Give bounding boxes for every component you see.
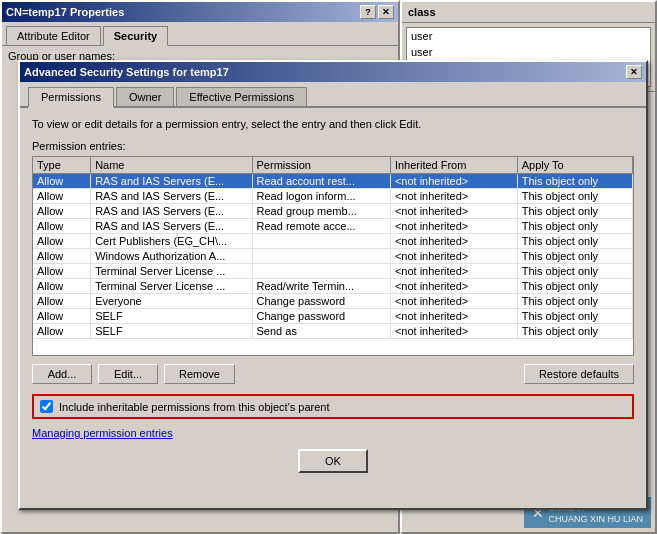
btn-row: Add... Edit... Remove Restore defaults (32, 364, 634, 384)
cell-permission: Read/write Termin... (252, 279, 390, 294)
table-row[interactable]: AllowTerminal Server License ...Read/wri… (33, 279, 633, 294)
table-row[interactable]: AllowRAS and IAS Servers (E...Read accou… (33, 174, 633, 189)
table-row[interactable]: AllowEveryoneChange password<not inherit… (33, 294, 633, 309)
cell-name: SELF (91, 309, 252, 324)
cell-type: Allow (33, 264, 91, 279)
cell-applyTo: This object only (517, 309, 632, 324)
class-header: class (402, 2, 655, 23)
cell-inheritedFrom: <not inherited> (390, 174, 517, 189)
title-buttons: ? ✕ (360, 5, 394, 19)
edit-button[interactable]: Edit... (98, 364, 158, 384)
adv-description: To view or edit details for a permission… (32, 118, 634, 130)
cell-name: Terminal Server License ... (91, 264, 252, 279)
adv-tab-bar: Permissions Owner Effective Permissions (20, 82, 646, 108)
table-row[interactable]: AllowRAS and IAS Servers (E...Read remot… (33, 219, 633, 234)
list-item-1[interactable]: user (407, 28, 650, 44)
add-button[interactable]: Add... (32, 364, 92, 384)
cell-type: Allow (33, 309, 91, 324)
table-row[interactable]: AllowCert Publishers (EG_CH\...<not inhe… (33, 234, 633, 249)
advanced-security-dialog: Advanced Security Settings for temp17 ✕ … (18, 60, 648, 510)
cell-name: RAS and IAS Servers (E... (91, 174, 252, 189)
cell-type: Allow (33, 219, 91, 234)
adv-close-button[interactable]: ✕ (626, 65, 642, 79)
outer-tab-bar: Attribute Editor Security (2, 22, 398, 46)
cell-permission: Read remote acce... (252, 219, 390, 234)
help-button[interactable]: ? (360, 5, 376, 19)
outer-title-bar: CN=temp17 Properties ? ✕ (2, 2, 398, 22)
inherit-checkbox[interactable] (40, 400, 53, 413)
manage-link[interactable]: Managing permission entries (32, 427, 173, 439)
cell-type: Allow (33, 279, 91, 294)
tab-effective-permissions[interactable]: Effective Permissions (176, 87, 307, 106)
cell-permission: Read logon inform... (252, 189, 390, 204)
col-permission: Permission (252, 157, 390, 174)
cell-inheritedFrom: <not inherited> (390, 249, 517, 264)
close-button[interactable]: ✕ (378, 5, 394, 19)
cell-applyTo: This object only (517, 294, 632, 309)
cell-inheritedFrom: <not inherited> (390, 324, 517, 339)
col-apply-to: Apply To (517, 157, 632, 174)
col-type: Type (33, 157, 91, 174)
table-row[interactable]: AllowWindows Authorization A...<not inhe… (33, 249, 633, 264)
adv-title-bar: Advanced Security Settings for temp17 ✕ (20, 62, 646, 82)
list-item-2[interactable]: user (407, 44, 650, 60)
cell-type: Allow (33, 324, 91, 339)
cell-name: RAS and IAS Servers (E... (91, 189, 252, 204)
table-row[interactable]: AllowRAS and IAS Servers (E...Read group… (33, 204, 633, 219)
cell-permission: Send as (252, 324, 390, 339)
cell-type: Allow (33, 204, 91, 219)
col-inherited-from: Inherited From (390, 157, 517, 174)
ok-button[interactable]: OK (298, 449, 368, 473)
bottom-btn-row: OK (32, 449, 634, 473)
perm-table-container[interactable]: Type Name Permission Inherited From Appl… (32, 156, 634, 356)
cell-inheritedFrom: <not inherited> (390, 279, 517, 294)
cell-type: Allow (33, 189, 91, 204)
tab-owner[interactable]: Owner (116, 87, 174, 106)
cell-name: Terminal Server License ... (91, 279, 252, 294)
cell-applyTo: This object only (517, 189, 632, 204)
cell-inheritedFrom: <not inherited> (390, 189, 517, 204)
cell-applyTo: This object only (517, 234, 632, 249)
cell-inheritedFrom: <not inherited> (390, 204, 517, 219)
adv-title-text: Advanced Security Settings for temp17 (24, 66, 229, 78)
outer-title-text: CN=temp17 Properties (6, 6, 124, 18)
cell-applyTo: This object only (517, 219, 632, 234)
perm-table-body: AllowRAS and IAS Servers (E...Read accou… (33, 174, 633, 339)
cell-name: SELF (91, 324, 252, 339)
table-row[interactable]: AllowTerminal Server License ...<not inh… (33, 264, 633, 279)
cell-applyTo: This object only (517, 249, 632, 264)
cell-permission: Change password (252, 294, 390, 309)
cell-name: Cert Publishers (EG_CH\... (91, 234, 252, 249)
table-row[interactable]: AllowSELFSend as<not inherited>This obje… (33, 324, 633, 339)
remove-button[interactable]: Remove (164, 364, 235, 384)
cell-permission (252, 249, 390, 264)
tab-attribute-editor[interactable]: Attribute Editor (6, 26, 101, 45)
perm-table: Type Name Permission Inherited From Appl… (33, 157, 633, 339)
tab-permissions[interactable]: Permissions (28, 87, 114, 108)
col-name: Name (91, 157, 252, 174)
cell-permission (252, 234, 390, 249)
cell-permission: Read account rest... (252, 174, 390, 189)
table-row[interactable]: AllowRAS and IAS Servers (E...Read logon… (33, 189, 633, 204)
restore-defaults-button[interactable]: Restore defaults (524, 364, 634, 384)
cell-inheritedFrom: <not inherited> (390, 294, 517, 309)
cell-permission: Read group memb... (252, 204, 390, 219)
cell-permission: Change password (252, 309, 390, 324)
checkbox-row: Include inheritable permissions from thi… (32, 394, 634, 419)
cell-name: Windows Authorization A... (91, 249, 252, 264)
cell-inheritedFrom: <not inherited> (390, 264, 517, 279)
table-row[interactable]: AllowSELFChange password<not inherited>T… (33, 309, 633, 324)
cell-applyTo: This object only (517, 264, 632, 279)
cell-name: RAS and IAS Servers (E... (91, 204, 252, 219)
tab-security[interactable]: Security (103, 26, 168, 46)
cell-name: Everyone (91, 294, 252, 309)
cell-permission (252, 264, 390, 279)
cell-type: Allow (33, 234, 91, 249)
cell-applyTo: This object only (517, 174, 632, 189)
cell-applyTo: This object only (517, 324, 632, 339)
adv-content: To view or edit details for a permission… (20, 108, 646, 483)
cell-inheritedFrom: <not inherited> (390, 234, 517, 249)
cell-type: Allow (33, 174, 91, 189)
cell-type: Allow (33, 249, 91, 264)
cell-applyTo: This object only (517, 204, 632, 219)
